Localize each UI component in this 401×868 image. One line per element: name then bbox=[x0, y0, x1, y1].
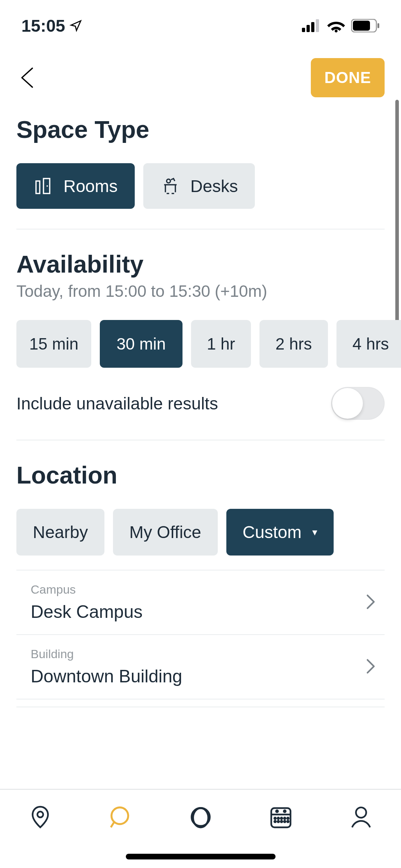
svg-point-24 bbox=[287, 817, 288, 819]
space-type-desks[interactable]: Desks bbox=[143, 163, 255, 209]
svg-point-11 bbox=[37, 812, 43, 817]
svg-rect-7 bbox=[36, 181, 40, 193]
divider bbox=[16, 707, 385, 707]
desks-label: Desks bbox=[190, 176, 238, 196]
calendar-icon bbox=[268, 804, 294, 830]
status-time: 15:05 bbox=[21, 16, 82, 36]
content: Space Type Rooms Desks Availability bbox=[0, 115, 401, 707]
campus-value: Desk Campus bbox=[31, 601, 143, 622]
pin-icon bbox=[27, 804, 53, 830]
space-type-title: Space Type bbox=[16, 115, 385, 143]
header: DONE bbox=[0, 47, 401, 108]
include-unavailable-label: Include unavailable results bbox=[16, 394, 218, 413]
campus-text: Campus Desk Campus bbox=[31, 583, 143, 622]
space-type-rooms[interactable]: Rooms bbox=[16, 163, 135, 209]
location-arrow-icon bbox=[70, 19, 82, 32]
duration-1-hr[interactable]: 1 hr bbox=[191, 320, 251, 368]
tab-search[interactable] bbox=[103, 801, 138, 833]
svg-point-18 bbox=[276, 810, 278, 812]
location-title: Location bbox=[16, 461, 385, 489]
duration-30-min[interactable]: 30 min bbox=[100, 320, 182, 368]
svg-line-13 bbox=[111, 822, 114, 827]
availability-subtitle: Today, from 15:00 to 15:30 (+10m) bbox=[16, 281, 385, 301]
svg-point-27 bbox=[281, 821, 282, 822]
desks-icon bbox=[160, 176, 180, 196]
svg-rect-0 bbox=[302, 28, 305, 32]
svg-rect-6 bbox=[377, 23, 379, 28]
svg-point-15 bbox=[193, 808, 208, 827]
availability-title: Availability bbox=[16, 250, 385, 278]
include-unavailable-toggle[interactable] bbox=[331, 387, 385, 420]
location-custom[interactable]: Custom ▾ bbox=[226, 509, 334, 556]
arrow-left-icon bbox=[16, 65, 41, 90]
location-buttons: Nearby My Office Custom ▾ bbox=[16, 509, 385, 556]
circles-icon bbox=[188, 804, 214, 830]
tab-calendar[interactable] bbox=[263, 801, 299, 833]
caret-down-icon: ▾ bbox=[312, 526, 317, 538]
building-value: Downtown Building bbox=[31, 666, 182, 687]
duration-4-hrs[interactable]: 4 hrs bbox=[336, 320, 401, 368]
back-button[interactable] bbox=[16, 65, 41, 90]
tab-profile[interactable] bbox=[343, 801, 379, 833]
svg-point-29 bbox=[287, 821, 288, 822]
home-indicator[interactable] bbox=[126, 854, 276, 859]
location-nearby[interactable]: Nearby bbox=[16, 509, 104, 556]
svg-point-19 bbox=[284, 810, 286, 812]
svg-point-30 bbox=[356, 807, 366, 818]
tab-location[interactable] bbox=[22, 801, 58, 833]
duration-chips: 15 min 30 min 1 hr 2 hrs 4 hrs bbox=[16, 320, 401, 368]
done-button[interactable]: DONE bbox=[311, 58, 385, 97]
duration-2-hrs[interactable]: 2 hrs bbox=[259, 320, 328, 368]
location-my-office[interactable]: My Office bbox=[113, 509, 218, 556]
search-icon bbox=[108, 804, 133, 830]
svg-point-28 bbox=[284, 821, 285, 822]
campus-label: Campus bbox=[31, 583, 143, 596]
person-icon bbox=[348, 804, 374, 830]
svg-rect-5 bbox=[353, 21, 370, 31]
svg-point-26 bbox=[277, 821, 279, 822]
status-icons bbox=[302, 19, 380, 32]
status-bar: 15:05 bbox=[0, 0, 401, 47]
svg-point-20 bbox=[274, 817, 276, 819]
toggle-thumb bbox=[332, 388, 363, 419]
building-label: Building bbox=[31, 647, 182, 661]
rooms-icon bbox=[34, 176, 53, 196]
battery-icon bbox=[351, 19, 380, 32]
chevron-right-icon bbox=[365, 658, 376, 676]
duration-15-min[interactable]: 15 min bbox=[16, 320, 91, 368]
svg-rect-2 bbox=[311, 22, 314, 32]
svg-point-21 bbox=[277, 817, 279, 819]
chevron-right-icon bbox=[365, 593, 376, 612]
tab-circles[interactable] bbox=[183, 801, 219, 833]
building-text: Building Downtown Building bbox=[31, 647, 182, 687]
location-custom-label: Custom bbox=[243, 522, 302, 542]
rooms-label: Rooms bbox=[63, 176, 118, 196]
cellular-signal-icon bbox=[302, 19, 321, 32]
building-row[interactable]: Building Downtown Building bbox=[16, 635, 385, 699]
status-time-text: 15:05 bbox=[21, 16, 65, 36]
svg-point-22 bbox=[281, 817, 282, 819]
space-type-buttons: Rooms Desks bbox=[16, 163, 385, 209]
svg-rect-3 bbox=[316, 19, 319, 32]
svg-point-23 bbox=[284, 817, 285, 819]
svg-point-10 bbox=[167, 179, 171, 183]
svg-rect-1 bbox=[307, 25, 310, 32]
svg-point-25 bbox=[274, 821, 276, 822]
svg-point-12 bbox=[111, 807, 128, 824]
include-unavailable-row: Include unavailable results bbox=[16, 387, 385, 420]
wifi-icon bbox=[327, 19, 345, 32]
campus-row[interactable]: Campus Desk Campus bbox=[16, 570, 385, 635]
divider bbox=[16, 229, 385, 229]
divider bbox=[16, 440, 385, 440]
